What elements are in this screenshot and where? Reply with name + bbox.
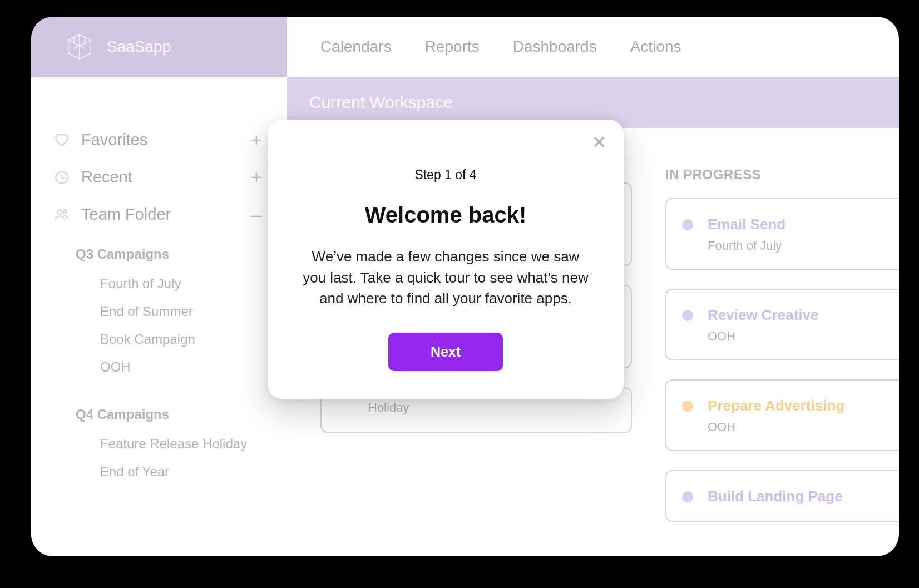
people-icon [53, 206, 70, 223]
status-dot-icon [682, 219, 693, 230]
column-title: IN PROGRESS [665, 167, 899, 182]
modal-title: Welcome back! [295, 202, 596, 228]
sidebar: Favorites + Recent + Team Folder – [31, 77, 287, 556]
nav-actions[interactable]: Actions [630, 38, 681, 56]
brand[interactable]: SaaSapp [31, 17, 287, 77]
brand-logo-icon [65, 32, 95, 62]
status-dot-icon [682, 401, 693, 412]
sidebar-item-favorites[interactable]: Favorites + [48, 121, 270, 159]
heart-icon [53, 132, 70, 149]
sidebar-leaf[interactable]: End of Summer [76, 298, 270, 325]
modal-body: We’ve made a few changes since we saw yo… [301, 246, 590, 309]
sidebar-group-title[interactable]: Q4 Campaigns [76, 399, 270, 430]
card-title: Review Creative [708, 307, 818, 324]
sidebar-leaf[interactable]: Feature Release Holiday [76, 430, 270, 458]
board-column: IN PROGRESS Email Send Fourth of July Re… [665, 167, 899, 556]
sidebar-group-title[interactable]: Q3 Campaigns [76, 239, 270, 270]
card-subtitle: OOH [708, 420, 844, 434]
top-nav: Calendars Reports Dashboards Actions [287, 17, 899, 77]
card-subtitle: Fourth of July [708, 239, 785, 253]
sidebar-group: Q4 Campaigns Feature Release Holiday End… [76, 399, 270, 486]
svg-point-2 [63, 210, 67, 213]
close-button[interactable] [589, 134, 609, 154]
sidebar-item-label: Team Folder [81, 205, 171, 224]
board-card[interactable]: Email Send Fourth of July [665, 198, 899, 270]
header: SaaSapp Calendars Reports Dashboards Act… [31, 17, 899, 77]
sidebar-leaf[interactable]: Fourth of July [76, 270, 270, 298]
sidebar-item-team-folder[interactable]: Team Folder – [48, 196, 270, 233]
add-icon[interactable]: + [248, 166, 265, 188]
sidebar-group: Q3 Campaigns Fourth of July End of Summe… [76, 239, 270, 381]
sidebar-leaf[interactable]: End of Year [76, 458, 270, 486]
onboarding-modal: Step 1 of 4 Welcome back! We’ve made a f… [268, 120, 624, 399]
collapse-icon[interactable]: – [248, 204, 265, 225]
workspace-title: Current Workspace [309, 93, 453, 112]
nav-reports[interactable]: Reports [425, 38, 480, 56]
svg-point-1 [57, 210, 62, 214]
card-title: Email Send [708, 216, 785, 233]
nav-calendars[interactable]: Calendars [320, 38, 392, 56]
status-dot-icon [682, 491, 693, 502]
board-card[interactable]: Build Landing Page [665, 470, 899, 522]
card-subtitle: OOH [708, 329, 818, 344]
sidebar-team-contents: Q3 Campaigns Fourth of July End of Summe… [48, 239, 270, 486]
card-title: Build Landing Page [708, 488, 843, 505]
next-button[interactable]: Next [388, 333, 503, 371]
add-icon[interactable]: + [248, 129, 265, 151]
sidebar-item-label: Recent [81, 168, 132, 186]
sidebar-item-label: Favorites [81, 131, 147, 149]
sidebar-item-recent[interactable]: Recent + [48, 159, 270, 196]
card-title: Prepare Advertising [708, 397, 844, 414]
board-card[interactable]: Prepare Advertising OOH [665, 379, 899, 451]
card-subtitle: Holiday [337, 399, 615, 415]
brand-name: SaaSapp [107, 38, 171, 56]
clock-icon [53, 169, 70, 186]
status-dot-icon [682, 310, 693, 321]
modal-step-indicator: Step 1 of 4 [295, 167, 596, 182]
app-frame: SaaSapp Calendars Reports Dashboards Act… [31, 17, 899, 556]
sidebar-leaf[interactable]: Book Campaign [76, 325, 270, 353]
board-card[interactable]: Review Creative OOH [665, 289, 899, 360]
sidebar-leaf[interactable]: OOH [76, 353, 270, 381]
nav-dashboards[interactable]: Dashboards [513, 38, 597, 56]
